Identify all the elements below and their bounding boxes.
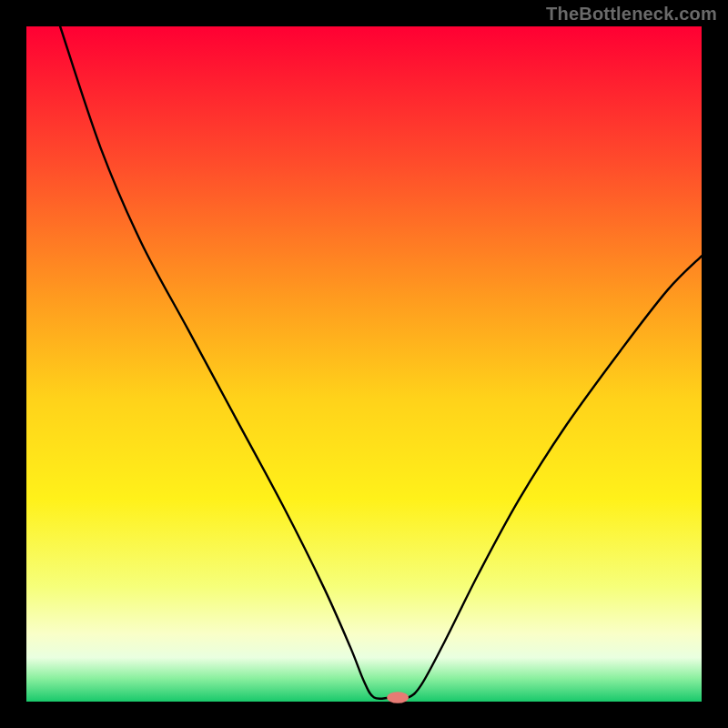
plot-background: [26, 26, 702, 702]
bottleneck-chart: [0, 0, 728, 728]
watermark-label: TheBottleneck.com: [546, 4, 717, 25]
chart-frame: TheBottleneck.com: [0, 0, 728, 728]
optimal-point-marker: [387, 692, 409, 703]
